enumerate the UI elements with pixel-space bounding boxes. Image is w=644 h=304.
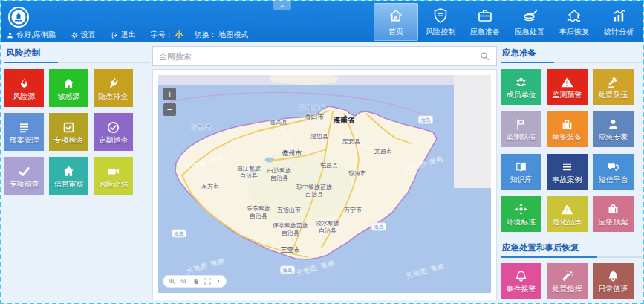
zoom-out-button[interactable]: − [163,103,176,116]
city-label: 三亚市 [281,246,301,254]
collapse-header-button[interactable] [273,1,291,10]
gavel-icon [606,75,620,89]
tile-command-dispatch[interactable]: 处置指挥 [547,263,588,299]
tile-supplies-equipment[interactable]: 物资装备 [547,111,588,147]
tile-sensitive-source[interactable]: 敏感源 [49,69,88,107]
arrows-move-icon [514,202,528,216]
city-label: 东方市 [201,183,219,190]
nav-home[interactable]: 首页 [374,3,418,41]
book-icon [514,160,528,174]
plug-icon [106,77,120,91]
home-icon [62,164,76,178]
county-label: 乐东黎族自治县 [244,205,273,219]
flood-house-icon [565,7,583,25]
magnifier-plus-icon[interactable] [168,277,176,285]
tile-info-review[interactable]: 信息审核 [49,157,88,195]
tile-incident-alarm[interactable]: 事件接警 [501,263,541,299]
nav-risk-control[interactable]: 风险控制 [418,1,463,42]
hainan-map[interactable]: 琼州海峡 北部湾 海南省 海口市 临高县 澄迈县 定安县 文昌市 儋州市 昌江黎… [158,75,491,293]
response-recovery-title: 应急处置和事后恢复 [501,239,642,256]
user-icon [6,31,14,39]
county-label: 琼海市 [348,170,366,178]
magnifier-minus-icon[interactable] [180,277,188,285]
settings-button[interactable]: 设置 [71,30,96,40]
county-label: 保亭黎族苗族自治县 [270,222,310,236]
tile-daily-duty[interactable]: 日常值班 [593,263,634,299]
tile-emergency-experts[interactable]: 应急专家 [593,111,634,147]
nav-post-recovery[interactable]: 事后恢复 [552,1,596,42]
tile-risk-assessment[interactable]: 风险评估 [94,157,133,195]
video-camera-icon [106,164,120,178]
county-label: 昌江黎族自治县 [235,165,263,179]
tile-monitor-warning[interactable]: 监测预警 [547,69,588,105]
search-input[interactable] [153,52,479,61]
tile-knowledge-base[interactable]: 知识库 [501,154,541,190]
tile-sms-platform[interactable]: 短信平台 [593,154,634,190]
tile-special-audit[interactable]: 专项稽查 [4,157,44,195]
zoom-in-button[interactable]: + [163,88,176,100]
sea-island-label: 海岛 [172,230,186,238]
tile-accident-cases[interactable]: 事故案例 [547,154,588,190]
nav-statistics[interactable]: 统计分析 [596,1,641,42]
top-header-bar: 你好,席俐鹏 设置 退出 字号： 小 切换： 地图模式 首页 [1,1,643,42]
briefcase-icon [476,7,494,25]
home-icon [62,77,76,91]
chat-icon [606,160,620,174]
search-icon[interactable] [479,51,490,62]
emergency-prep-title: 应急准备 [501,44,642,62]
county-label: 屯昌县 [320,162,338,169]
person-icon [606,117,620,132]
logout-button[interactable]: 退出 [111,30,136,40]
tile-risk-source[interactable]: 风险源 [4,69,44,107]
map-zoom-control: + − [163,88,176,116]
county-label: 临高县 [270,119,287,126]
tile-hazard-inspection[interactable]: 隐患排查 [94,69,133,107]
county-label: 白沙黎族自治县 [265,167,293,181]
tile-special-check[interactable]: 专项检查 [49,113,88,151]
county-label: 陵水黎族自治县 [313,220,342,234]
county-label: 文昌市 [374,148,392,155]
warning-icon [560,75,574,89]
map-mode-option[interactable]: 地图模式 [218,30,248,39]
province-label: 海南省 [334,116,355,124]
title-underline [4,62,150,63]
map-panel: 琼州海峡 北部湾 海南省 海口市 临高县 澄迈县 定安县 文昌市 儋州市 昌江黎… [152,69,497,300]
full-extent-icon[interactable] [204,277,212,285]
checkbox-icon [62,120,76,135]
city-label: 五指山市 [277,207,301,214]
hose-icon [521,7,539,25]
flag-icon [514,117,528,132]
people-icon [514,75,528,89]
response-recovery-tiles: 事件接警 处置指挥 日常值班 [501,263,642,299]
tile-emergency-plans[interactable]: 应急预案 [593,196,634,232]
risk-control-panel: 风险控制 风险源 敏感源 隐患排查 预案管理 专项检查 定期巡查 专项稽查 信息… [4,44,150,195]
user-toolbar: 你好,席俐鹏 设置 退出 字号： 小 切换： 地图模式 [6,30,256,40]
collapse-toolbar-icon[interactable] [215,277,221,285]
tile-periodic-patrol[interactable]: 定期巡查 [94,113,133,151]
county-label: 定安县 [342,138,360,146]
check-icon [17,164,31,178]
tile-environment-standards[interactable]: 环境标准 [501,196,541,232]
wand-icon [560,269,574,283]
tile-hazmat-database[interactable]: 危化品库 [547,196,588,232]
city-label: 海口市 [305,113,325,121]
sea-island-label: 海岛 [418,116,433,124]
check-circle-icon [106,120,120,135]
chart-icon [610,7,628,25]
tile-monitor-team[interactable]: 监测队伍 [501,111,541,147]
tile-member-units[interactable]: 成员单位 [501,69,541,105]
emergency-prep-tiles: 成员单位 监测预警 处置队伍 监测队伍 物资装备 应急专家 知识库 事故案例 短… [501,69,642,232]
user-greeting[interactable]: 你好,席俐鹏 [6,30,56,40]
pan-hand-icon[interactable] [192,277,200,285]
city-label: 万宁市 [344,207,362,214]
nav-emergency-response[interactable]: 应急处置 [507,1,552,42]
risk-control-tiles: 风险源 敏感源 隐患排查 预案管理 专项检查 定期巡查 专项稽查 信息审核 风险… [4,69,150,195]
tile-plan-management[interactable]: 预案管理 [4,113,44,151]
tile-response-team[interactable]: 处置队伍 [593,69,634,105]
county-label: 琼中黎族苗族自治县 [294,184,334,198]
gov-emblem-logo [7,6,30,28]
font-size-small-option[interactable]: 小 [175,30,183,39]
mode-switch: 切换： 地图模式 [195,30,249,40]
county-label: 澄迈县 [310,133,328,140]
nav-emergency-preparation[interactable]: 应急准备 [463,1,507,42]
